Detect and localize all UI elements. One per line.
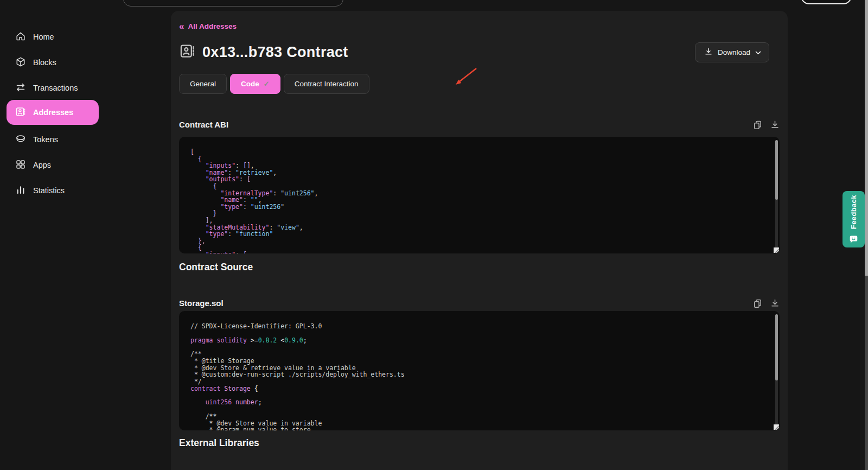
source-scrollbar-thumb[interactable] [775, 314, 778, 380]
search-input[interactable] [123, 0, 343, 7]
annotation-arrow [442, 59, 486, 91]
sidebar-item-addresses[interactable]: Addresses [7, 100, 99, 125]
feedback-label: Feedback [850, 195, 858, 229]
resize-grip-icon[interactable] [774, 247, 779, 253]
code-line: }, [190, 238, 768, 245]
download-icon [704, 47, 713, 58]
sidebar-item-home[interactable]: Home [0, 29, 54, 45]
chevron-down-icon [755, 48, 761, 56]
abi-scrollbar [775, 140, 778, 250]
page-title: 0x13...b783 Contract [202, 44, 348, 61]
code-line: "inputs": [ [190, 251, 768, 253]
source-scrollbar [775, 314, 778, 427]
apps-icon [15, 159, 26, 172]
code-line: * @custom:dev-run-script ./scripts/deplo… [190, 371, 768, 378]
topbar-button[interactable] [801, 0, 852, 4]
abi-code-viewer[interactable]: [ { "inputs": [], "name": "retrieve", "o… [179, 137, 780, 253]
tab-code[interactable]: Code✓ [230, 74, 280, 94]
sidebar-item-statistics[interactable]: Statistics [0, 183, 65, 198]
title-row: 0x13...b783 Contract [179, 43, 348, 61]
code-line [190, 392, 768, 399]
code-line: } [190, 210, 768, 217]
code-line: pragma solidity >=0.8.2 <0.9.0; [190, 337, 768, 344]
code-line: // SPDX-License-Identifier: GPL-3.0 [190, 323, 768, 330]
file-section-header: Storage.sol [179, 296, 780, 310]
page-scrollbar [865, 0, 868, 470]
code-line: "inputs": [], [190, 162, 768, 169]
breadcrumb[interactable]: « All Addresses [179, 22, 237, 30]
download-label: Download [718, 48, 750, 56]
sidebar-item-label: Home [33, 33, 54, 41]
code-line: * @param num value to store [190, 427, 768, 430]
sidebar: HomeBlocksTransactionsAddressesTokensApp… [0, 0, 114, 470]
breadcrumb-label: All Addresses [188, 22, 237, 30]
sidebar-item-tokens[interactable]: Tokens [0, 132, 58, 147]
main-panel: « All Addresses 0x13...b783 Contract Dow… [171, 11, 788, 470]
contract-card-icon [179, 43, 195, 61]
transactions-icon [15, 82, 26, 94]
sidebar-item-label: Apps [33, 161, 51, 169]
code-line: contract Storage { [190, 385, 768, 392]
page-scrollbar-thumb[interactable] [865, 0, 868, 276]
home-icon [15, 31, 26, 43]
double-chevron-left-icon: « [179, 23, 184, 30]
sidebar-item-label: Transactions [33, 84, 78, 92]
feedback-chat-icon [849, 234, 858, 244]
resize-grip-icon[interactable] [774, 424, 779, 430]
feedback-tab[interactable]: Feedback [843, 191, 865, 247]
code-line: [ [190, 149, 768, 156]
source-code-viewer[interactable]: // SPDX-License-Identifier: GPL-3.0 prag… [179, 311, 780, 430]
sidebar-item-label: Statistics [33, 186, 65, 195]
code-line: "outputs": [ [190, 176, 768, 183]
tab-label: Contract Interaction [295, 80, 359, 88]
file-name: Storage.sol [179, 298, 224, 308]
code-line: { [190, 244, 768, 251]
check-icon: ✓ [264, 80, 270, 88]
download-icon[interactable] [770, 298, 780, 308]
copy-icon[interactable] [753, 298, 762, 308]
tab-label: Code [241, 80, 259, 88]
code-line: uint256 number; [190, 399, 768, 406]
abi-section-title: Contract ABI [179, 120, 228, 129]
tab-contract-interaction[interactable]: Contract Interaction [284, 74, 369, 94]
contract-source-heading: Contract Source [179, 262, 253, 273]
code-line: /** [190, 351, 768, 358]
download-icon[interactable] [770, 120, 780, 129]
external-libraries-heading: External Libraries [179, 437, 259, 449]
code-line: "name": "retrieve", [190, 169, 768, 176]
code-line: "type": "uint256" [190, 204, 768, 211]
code-line: "type": "function" [190, 231, 768, 238]
abi-section-actions [753, 120, 780, 129]
sidebar-item-apps[interactable]: Apps [0, 157, 51, 173]
sidebar-item-label: Blocks [33, 58, 56, 67]
tabs: GeneralCode✓Contract Interaction [179, 74, 369, 94]
abi-section-header: Contract ABI [179, 117, 780, 131]
download-button[interactable]: Download [695, 42, 769, 62]
abi-scrollbar-thumb[interactable] [775, 140, 778, 200]
addresses-icon [15, 106, 26, 119]
sidebar-item-label: Tokens [33, 135, 58, 144]
sidebar-item-label: Addresses [33, 108, 73, 117]
copy-icon[interactable] [753, 120, 762, 129]
sidebar-item-blocks[interactable]: Blocks [0, 55, 56, 70]
sidebar-item-transactions[interactable]: Transactions [0, 80, 78, 96]
tab-general[interactable]: General [179, 74, 227, 94]
code-line: { [190, 156, 768, 163]
code-line: "stateMutability": "view", [190, 224, 768, 231]
file-section-actions [753, 298, 780, 308]
code-line [190, 344, 768, 351]
tab-label: General [190, 80, 216, 88]
code-line: */ [190, 378, 768, 385]
code-line [190, 406, 768, 413]
tokens-icon [15, 134, 26, 146]
blocks-icon [15, 56, 26, 69]
statistics-icon [15, 185, 26, 197]
code-line: "internalType": "uint256", [190, 190, 768, 197]
